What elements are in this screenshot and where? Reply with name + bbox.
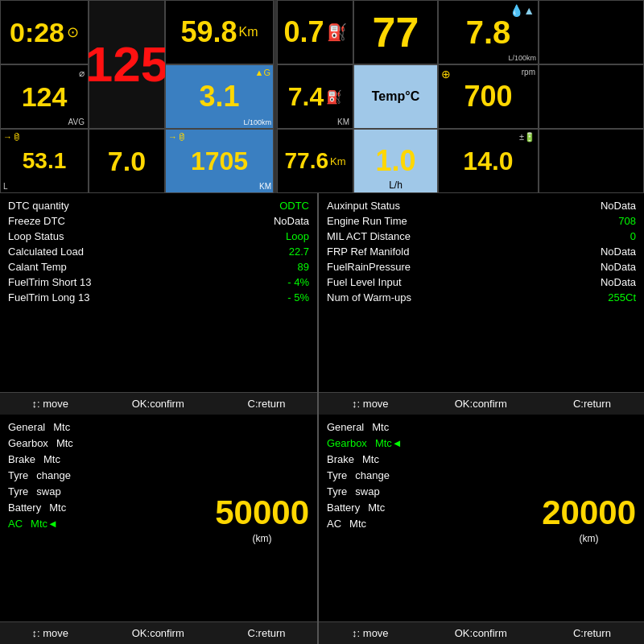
row-load: Calculated Load 22.7 <box>8 246 309 258</box>
auxinput-label: Auxinput Status <box>327 200 400 212</box>
trip2-value: 77.6 <box>285 148 329 174</box>
bl-row-ac: AC Mtc◄ <box>8 518 215 530</box>
left-info-panel: DTC quantity ODTC Freeze DTC NoData Loop… <box>0 193 319 415</box>
fueltrim-long-value: - 5% <box>287 291 309 303</box>
battery-value: 14.0 <box>463 147 513 176</box>
calant-label: Calant Temp <box>8 261 67 273</box>
auxinput-value: NoData <box>601 200 636 212</box>
bottom-right-list: General Mtc Gearbox Mtc◄ Brake Mtc Tyre … <box>327 421 542 618</box>
bottom-left-content: General Mtc Gearbox Mtc Brake Mtc Tyre c… <box>0 415 317 621</box>
loop-value: Loop <box>286 230 309 242</box>
trip-fuel-label: KM <box>337 118 349 126</box>
loop-label: Loop Status <box>8 230 64 242</box>
avg-icon: ⌀ <box>79 68 85 79</box>
bl-row-gearbox: Gearbox Mtc <box>8 437 215 449</box>
br-row-battery: Battery Mtc <box>327 502 542 514</box>
bl-row-brake: Brake Mtc <box>8 453 215 465</box>
speed-value: 125 <box>85 39 168 89</box>
row-auxinput: Auxinput Status NoData <box>327 200 636 212</box>
bottom-section: General Mtc Gearbox Mtc Brake Mtc Tyre c… <box>0 415 644 644</box>
water-value: 7.8 <box>466 16 511 48</box>
dtc-label: DTC quantity <box>8 200 69 212</box>
right-nav-return: C:return <box>573 398 611 410</box>
rpm-value: 700 <box>464 80 512 114</box>
cell-fuel1: 0.7 ⛽ <box>277 0 353 64</box>
instant-unit: L/100km <box>243 118 271 126</box>
clock-icon: ⊙ <box>67 23 79 41</box>
left-nav-bar: ↕: move OK:confirm C:return <box>0 392 317 415</box>
bl-nav-return: C:return <box>248 627 286 639</box>
fuel2-value: 53.1 <box>23 148 67 174</box>
odo-unit: KM <box>259 182 271 191</box>
row-warmups: Num of Warm-ups 255Ct <box>327 291 636 303</box>
fuel-level-value: NoData <box>601 276 636 288</box>
middle-section: DTC quantity ODTC Freeze DTC NoData Loop… <box>0 193 644 415</box>
engine-run-label: Engine Run Time <box>327 215 407 227</box>
row-engine-run: Engine Run Time 708 <box>327 215 636 227</box>
bl-row-tyre-swap: Tyre swap <box>8 485 215 497</box>
br-row-general: General Mtc <box>327 421 542 433</box>
row-fueltrim-long: FuelTrim Long 13 - 5% <box>8 291 309 303</box>
trip-fuel-icon: ⛽ <box>326 89 342 105</box>
warmups-label: Num of Warm-ups <box>327 291 411 303</box>
bottom-left-list: General Mtc Gearbox Mtc Brake Mtc Tyre c… <box>8 421 215 618</box>
instant-value: 3.1 <box>199 80 239 114</box>
left-nav-confirm[interactable]: OK:confirm <box>132 398 184 410</box>
row-loop: Loop Status Loop <box>8 230 309 242</box>
cell-trip2: 77.6 Km <box>277 129 353 193</box>
fuel-level-label: Fuel Level Input <box>327 276 402 288</box>
calant-value: 89 <box>298 261 309 273</box>
cell-time: 0:28 ⊙ <box>0 0 89 64</box>
freeze-value: NoData <box>274 215 309 227</box>
bl-nav-confirm[interactable]: OK:confirm <box>132 627 184 639</box>
right-info-panel: Auxinput Status NoData Engine Run Time 7… <box>319 193 644 415</box>
br-nav-move: ↕: move <box>352 627 389 639</box>
cell-speed: 125 <box>89 0 165 129</box>
instant2-value: 7.0 <box>108 146 146 177</box>
br-nav-return: C:return <box>573 627 611 639</box>
cell-lph: 1.0 L/h <box>353 129 438 193</box>
mil-value: 0 <box>630 230 636 242</box>
water-icon: 💧▲ <box>510 4 535 17</box>
left-nav-return: C:return <box>248 398 286 410</box>
lph-value: 1.0 <box>375 144 415 178</box>
bottom-right-content: General Mtc Gearbox Mtc◄ Brake Mtc Tyre … <box>319 415 644 621</box>
freeze-label: Freeze DTC <box>8 215 65 227</box>
mil-label: MIL ACT Distance <box>327 230 411 242</box>
dashboard: 0:28 ⊙ 125 59.8 Km 0.7 ⛽ 77 7.8 💧▲ L/100… <box>0 0 644 193</box>
row-mil: MIL ACT Distance 0 <box>327 230 636 242</box>
load-value: 22.7 <box>289 246 309 258</box>
lph-unit: L/h <box>389 180 402 191</box>
fuel1-icon: ⛽ <box>327 23 347 42</box>
cell-extra1 <box>539 0 644 64</box>
cell-temp: 77 <box>353 0 438 64</box>
br-row-tyre-change: Tyre change <box>327 469 542 481</box>
cell-instant2: 7.0 <box>89 129 165 193</box>
br-nav-confirm[interactable]: OK:confirm <box>455 627 507 639</box>
bl-big-value: 50000 <box>215 496 309 530</box>
cell-extra3 <box>539 129 644 193</box>
bottom-left-value-area: 50000 (km) <box>215 421 309 618</box>
fuel2-arrow: →🛢 <box>3 132 21 142</box>
avg-label: AVG <box>68 118 85 126</box>
temp-value: 77 <box>373 11 419 53</box>
left-data-rows: DTC quantity ODTC Freeze DTC NoData Loop… <box>0 193 317 392</box>
row-freeze: Freeze DTC NoData <box>8 215 309 227</box>
dtc-value: ODTC <box>279 200 309 212</box>
load-label: Calculated Load <box>8 246 84 258</box>
fuel1-value: 0.7 <box>283 15 324 49</box>
bl-row-battery: Battery Mtc <box>8 502 215 514</box>
fueltrim-long-label: FuelTrim Long 13 <box>8 291 89 303</box>
cell-instant: 3.1 ▲G L/100km <box>165 64 274 129</box>
cell-trip-fuel: 7.4 ⛽ KM <box>277 64 353 129</box>
br-row-tyre-swap: Tyre swap <box>327 485 542 497</box>
frp-value: NoData <box>601 246 636 258</box>
fuel2-unit: L <box>3 182 8 191</box>
br-unit: (km) <box>580 533 599 544</box>
cell-rpm: 700 rpm ⊕ <box>438 64 539 129</box>
right-nav-confirm[interactable]: OK:confirm <box>455 398 507 410</box>
cell-battery: 14.0 ±🔋 <box>438 129 539 193</box>
bottom-right-nav: ↕: move OK:confirm C:return <box>319 621 644 644</box>
row-calant: Calant Temp 89 <box>8 261 309 273</box>
row-fuelrain: FuelRainPressure NoData <box>327 261 636 273</box>
